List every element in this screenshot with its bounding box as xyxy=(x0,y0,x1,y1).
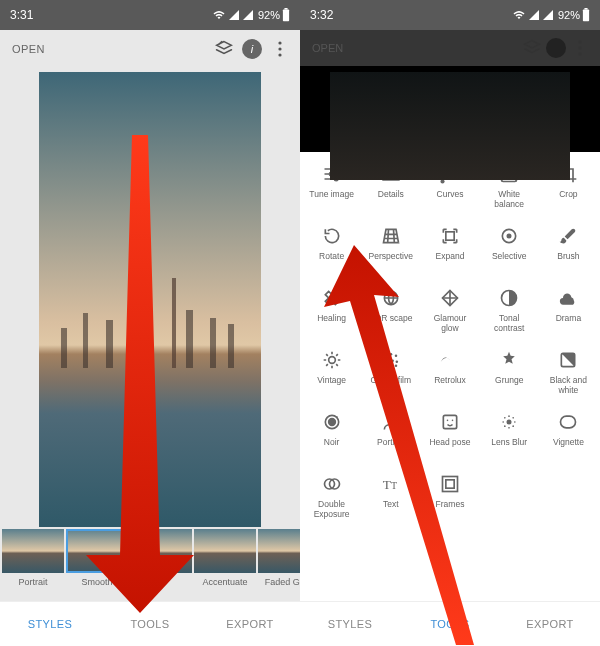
tool-vintage[interactable]: Vintage xyxy=(302,348,361,410)
tool-portrait[interactable]: Portrait xyxy=(361,410,420,472)
main-photo[interactable] xyxy=(39,72,261,527)
headpose-icon xyxy=(438,410,462,434)
tool-text[interactable]: TTText xyxy=(361,472,420,534)
overflow-icon[interactable] xyxy=(266,35,294,63)
phone-left: 3:31 92% OPEN i xyxy=(0,0,300,646)
svg-rect-5 xyxy=(583,10,589,22)
svg-point-46 xyxy=(504,425,506,427)
tool-label: Brush xyxy=(557,248,579,262)
tool-brush[interactable]: Brush xyxy=(539,224,598,286)
info-icon xyxy=(546,38,566,58)
tools-panel: Tune imageDetailsCurvesWhite balanceCrop… xyxy=(300,152,600,646)
tool-expand[interactable]: Expand xyxy=(420,224,479,286)
layers-icon[interactable] xyxy=(210,35,238,63)
double-icon xyxy=(320,472,344,496)
svg-point-38 xyxy=(452,420,454,422)
healing-icon xyxy=(320,286,344,310)
tab-tools[interactable]: TOOLS xyxy=(100,602,200,646)
tool-hdr[interactable]: HDR scape xyxy=(361,286,420,348)
signal-icon xyxy=(528,9,540,21)
svg-point-29 xyxy=(390,365,393,368)
style-item-smooth[interactable]: Smooth xyxy=(66,529,128,587)
svg-point-2 xyxy=(278,41,281,44)
tool-label: Head pose xyxy=(429,434,470,448)
expand-icon xyxy=(438,224,462,248)
tool-label: Expand xyxy=(436,248,465,262)
phone-right: 3:32 92% OPEN xyxy=(300,0,600,646)
tool-label: Retrolux xyxy=(434,372,466,386)
svg-point-23 xyxy=(390,353,393,356)
canvas-area xyxy=(0,68,300,527)
tool-drama[interactable]: Drama xyxy=(539,286,598,348)
tool-retrolux[interactable]: Retrolux xyxy=(420,348,479,410)
tool-frames[interactable]: Frames xyxy=(420,472,479,534)
open-button: OPEN xyxy=(306,38,349,58)
svg-point-45 xyxy=(513,417,515,419)
svg-point-35 xyxy=(387,415,394,422)
tab-export[interactable]: EXPORT xyxy=(200,602,300,646)
tool-label: HDR scape xyxy=(369,310,412,324)
vintage-icon xyxy=(320,348,344,372)
selective-icon xyxy=(497,224,521,248)
open-button[interactable]: OPEN xyxy=(6,39,51,59)
style-item-3[interactable] xyxy=(130,529,192,577)
svg-point-4 xyxy=(278,53,281,56)
tool-bw[interactable]: Black and white xyxy=(539,348,598,410)
perspect-icon xyxy=(379,224,403,248)
tool-label: Portrait xyxy=(377,434,404,448)
tab-styles[interactable]: STYLES xyxy=(300,602,400,646)
svg-point-9 xyxy=(578,52,581,55)
tab-styles[interactable]: STYLES xyxy=(0,602,100,646)
tab-export[interactable]: EXPORT xyxy=(500,602,600,646)
info-icon[interactable]: i xyxy=(242,39,262,59)
tool-noir[interactable]: Noir xyxy=(302,410,361,472)
tool-tonal[interactable]: Tonal contrast xyxy=(480,286,539,348)
grunge-icon xyxy=(497,348,521,372)
noir-icon xyxy=(320,410,344,434)
status-icons: 92% xyxy=(212,8,290,22)
svg-rect-36 xyxy=(443,415,456,428)
signal-icon-2 xyxy=(242,9,254,21)
lensblur-icon xyxy=(497,410,521,434)
tool-glamour[interactable]: Glamour glow xyxy=(420,286,479,348)
tab-tools[interactable]: TOOLS xyxy=(400,602,500,646)
style-item-portrait[interactable]: Portrait xyxy=(2,529,64,587)
svg-text:T: T xyxy=(382,477,390,492)
tool-rotate[interactable]: Rotate xyxy=(302,224,361,286)
tonal-icon xyxy=(497,286,521,310)
svg-point-8 xyxy=(578,46,581,49)
tool-headpose[interactable]: Head pose xyxy=(420,410,479,472)
style-strip[interactable]: Portrait Smooth Accentuate Faded Glow M xyxy=(0,527,300,601)
tool-label: Vintage xyxy=(317,372,346,386)
text-icon: TT xyxy=(379,472,403,496)
svg-point-22 xyxy=(385,354,388,357)
app-bar: OPEN xyxy=(300,30,600,66)
style-item-fadedglow[interactable]: Faded Glow xyxy=(258,529,300,587)
svg-point-33 xyxy=(328,419,335,426)
retrolux-icon xyxy=(438,348,462,372)
vignette-icon xyxy=(556,410,580,434)
tool-lensblur[interactable]: Lens Blur xyxy=(480,410,539,472)
tool-grunge[interactable]: Grunge xyxy=(480,348,539,410)
status-time: 3:32 xyxy=(310,8,333,22)
tool-grainy[interactable]: Grainy film xyxy=(361,348,420,410)
style-item-accentuate[interactable]: Accentuate xyxy=(194,529,256,587)
tool-selective[interactable]: Selective xyxy=(480,224,539,286)
status-time: 3:31 xyxy=(10,8,33,22)
battery-pct: 92% xyxy=(558,9,580,21)
tool-healing[interactable]: Healing xyxy=(302,286,361,348)
svg-point-13 xyxy=(441,180,444,183)
svg-rect-53 xyxy=(442,477,457,492)
svg-point-24 xyxy=(395,355,398,358)
tool-label: Double Exposure xyxy=(314,496,350,520)
tool-label: White balance xyxy=(494,186,524,210)
tool-label: Glamour glow xyxy=(434,310,467,334)
dimmed-photo xyxy=(330,72,570,180)
tool-vignette[interactable]: Vignette xyxy=(539,410,598,472)
tool-double[interactable]: Double Exposure xyxy=(302,472,361,534)
svg-rect-0 xyxy=(283,10,289,22)
svg-point-37 xyxy=(447,420,449,422)
svg-rect-16 xyxy=(446,232,454,240)
tool-perspect[interactable]: Perspective xyxy=(361,224,420,286)
svg-point-39 xyxy=(507,420,512,425)
